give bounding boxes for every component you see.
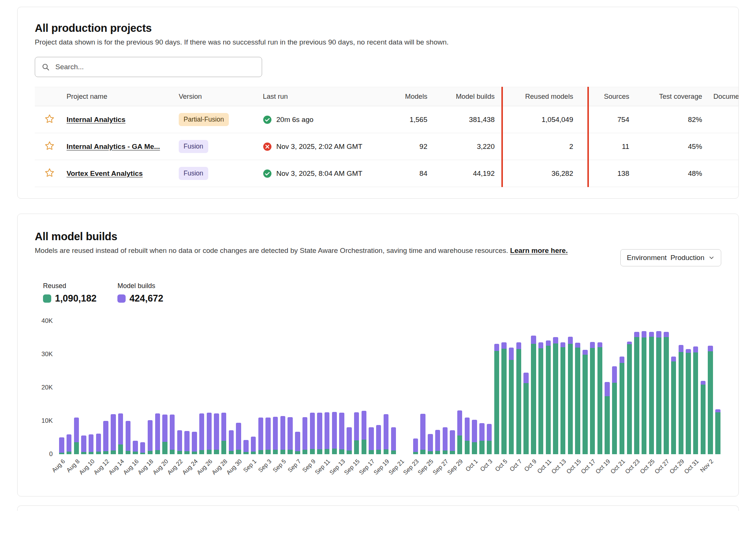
stacked-bar[interactable] xyxy=(323,321,331,454)
stacked-bar[interactable] xyxy=(87,321,95,454)
environment-dropdown[interactable]: Environment Production xyxy=(620,249,721,266)
chart-legend: Reused 1,090,182 Model builds 424,672 xyxy=(43,282,721,304)
stacked-bar[interactable] xyxy=(670,321,677,454)
stacked-bar[interactable] xyxy=(522,321,530,454)
stacked-bar[interactable] xyxy=(301,321,309,454)
stacked-bar[interactable] xyxy=(648,321,655,454)
stacked-bar[interactable] xyxy=(183,321,191,454)
stacked-bar[interactable] xyxy=(308,321,316,454)
stacked-bar[interactable] xyxy=(574,321,581,454)
stacked-bar[interactable] xyxy=(640,321,648,454)
stacked-bar[interactable] xyxy=(663,321,670,454)
stacked-bar[interactable] xyxy=(456,321,464,454)
stacked-bar[interactable] xyxy=(73,321,80,454)
stacked-bar[interactable] xyxy=(700,321,707,454)
stacked-bar[interactable] xyxy=(191,321,198,454)
stacked-bar[interactable] xyxy=(213,321,220,454)
stacked-bar[interactable] xyxy=(655,321,663,454)
stacked-bar[interactable] xyxy=(596,321,603,454)
search-input[interactable] xyxy=(35,57,262,77)
stacked-bar[interactable] xyxy=(434,321,442,454)
stacked-bar[interactable] xyxy=(154,321,161,454)
stacked-bar[interactable] xyxy=(677,321,685,454)
stacked-bar[interactable] xyxy=(353,321,360,454)
stacked-bar[interactable] xyxy=(552,321,559,454)
stacked-bar[interactable] xyxy=(316,321,323,454)
stacked-bar[interactable] xyxy=(603,321,611,454)
favorite-star-button[interactable] xyxy=(44,168,55,178)
stacked-bar[interactable] xyxy=(257,321,264,454)
stacked-bar[interactable] xyxy=(220,321,228,454)
stacked-bar[interactable] xyxy=(464,321,471,454)
stacked-bar[interactable] xyxy=(368,321,375,454)
stacked-bar[interactable] xyxy=(139,321,147,454)
stacked-bar[interactable] xyxy=(235,321,242,454)
stacked-bar[interactable] xyxy=(198,321,206,454)
stacked-bar[interactable] xyxy=(581,321,589,454)
stacked-bar[interactable] xyxy=(486,321,493,454)
stacked-bar[interactable] xyxy=(161,321,169,454)
stacked-bar[interactable] xyxy=(427,321,434,454)
stacked-bar[interactable] xyxy=(685,321,692,454)
stacked-bar[interactable] xyxy=(124,321,132,454)
stacked-bar[interactable] xyxy=(441,321,449,454)
stacked-bar[interactable] xyxy=(493,321,500,454)
stacked-bar[interactable] xyxy=(382,321,390,454)
stacked-bar[interactable] xyxy=(264,321,272,454)
stacked-bar[interactable] xyxy=(567,321,574,454)
stacked-bar[interactable] xyxy=(500,321,508,454)
stacked-bar[interactable] xyxy=(375,321,382,454)
favorite-star-button[interactable] xyxy=(44,114,55,124)
stacked-bar[interactable] xyxy=(544,321,552,454)
stacked-bar[interactable] xyxy=(412,321,420,454)
stacked-bar[interactable] xyxy=(65,321,73,454)
stacked-bar[interactable] xyxy=(169,321,176,454)
stacked-bar[interactable] xyxy=(110,321,117,454)
stacked-bar[interactable] xyxy=(633,321,640,454)
stacked-bar[interactable] xyxy=(626,321,633,454)
learn-more-link[interactable]: Learn more here. xyxy=(510,247,568,254)
stacked-bar[interactable] xyxy=(279,321,287,454)
stacked-bar[interactable] xyxy=(471,321,478,454)
stacked-bar[interactable] xyxy=(117,321,125,454)
stacked-bar[interactable] xyxy=(338,321,345,454)
stacked-bar[interactable] xyxy=(58,321,65,454)
stacked-bar[interactable] xyxy=(360,321,368,454)
stacked-bar[interactable] xyxy=(508,321,515,454)
stacked-bar[interactable] xyxy=(205,321,213,454)
project-name-link[interactable]: Internal Analytics xyxy=(67,116,126,123)
stacked-bar[interactable] xyxy=(250,321,257,454)
stacked-bar[interactable] xyxy=(405,321,412,454)
stacked-bar[interactable] xyxy=(294,321,301,454)
stacked-bar[interactable] xyxy=(397,321,405,454)
stacked-bar[interactable] xyxy=(242,321,250,454)
stacked-bar[interactable] xyxy=(419,321,427,454)
stacked-bar[interactable] xyxy=(176,321,184,454)
stacked-bar[interactable] xyxy=(102,321,110,454)
stacked-bar[interactable] xyxy=(589,321,596,454)
stacked-bar[interactable] xyxy=(618,321,626,454)
stacked-bar[interactable] xyxy=(515,321,523,454)
stacked-bar[interactable] xyxy=(132,321,139,454)
stacked-bar[interactable] xyxy=(228,321,235,454)
stacked-bar[interactable] xyxy=(707,321,714,454)
stacked-bar[interactable] xyxy=(390,321,397,454)
project-name-link[interactable]: Vortex Event Analytics xyxy=(67,169,143,177)
project-name-link[interactable]: Internal Analytics - GA Me... xyxy=(67,143,160,150)
stacked-bar[interactable] xyxy=(95,321,102,454)
stacked-bar[interactable] xyxy=(449,321,456,454)
stacked-bar[interactable] xyxy=(272,321,279,454)
stacked-bar[interactable] xyxy=(478,321,486,454)
stacked-bar[interactable] xyxy=(286,321,294,454)
favorite-star-button[interactable] xyxy=(44,141,55,151)
stacked-bar[interactable] xyxy=(692,321,700,454)
stacked-bar[interactable] xyxy=(345,321,353,454)
stacked-bar[interactable] xyxy=(611,321,618,454)
stacked-bar[interactable] xyxy=(537,321,545,454)
stacked-bar[interactable] xyxy=(530,321,537,454)
stacked-bar[interactable] xyxy=(147,321,154,454)
stacked-bar[interactable] xyxy=(331,321,338,454)
stacked-bar[interactable] xyxy=(714,321,722,454)
stacked-bar[interactable] xyxy=(559,321,567,454)
stacked-bar[interactable] xyxy=(80,321,87,454)
